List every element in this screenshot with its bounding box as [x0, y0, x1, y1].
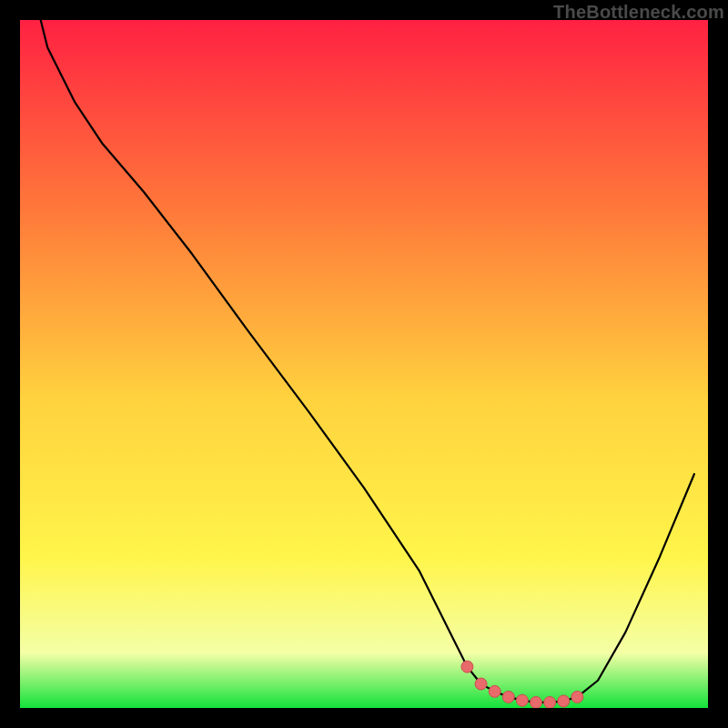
marker-dot — [475, 678, 487, 690]
plot-area — [20, 20, 708, 708]
marker-dot — [461, 661, 473, 672]
chart-svg — [20, 20, 708, 708]
marker-dot — [544, 696, 556, 708]
marker-dot — [489, 685, 500, 697]
chart-frame: TheBottleneck.com — [0, 0, 728, 728]
marker-dot — [571, 691, 583, 703]
marker-dot — [516, 694, 528, 706]
watermark-text: TheBottleneck.com — [553, 2, 724, 23]
marker-dot — [531, 696, 542, 708]
gradient-background — [20, 20, 708, 708]
marker-dot — [558, 695, 570, 707]
marker-dot — [502, 691, 514, 703]
